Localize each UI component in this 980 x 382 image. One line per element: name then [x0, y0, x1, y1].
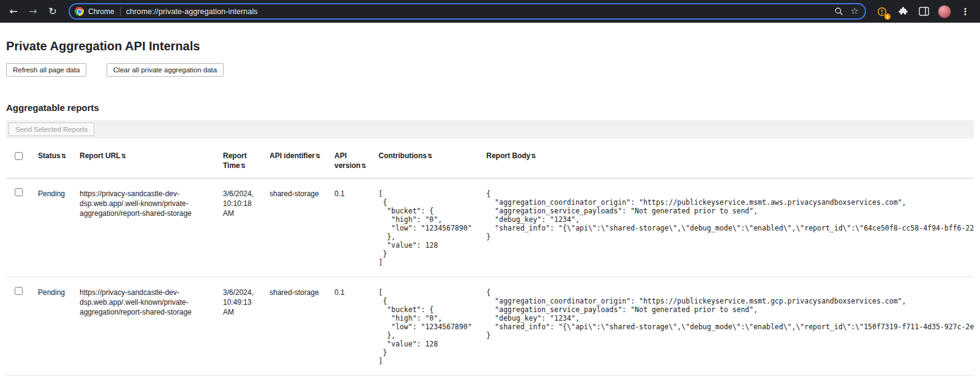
back-button[interactable]: ←: [5, 3, 22, 20]
cell-api-identifier: shared-storage: [262, 178, 327, 277]
avatar: [938, 5, 951, 18]
header-report-time[interactable]: Report Time⇅: [216, 143, 262, 178]
select-all-checkbox[interactable]: [15, 152, 23, 160]
sort-icon: ⇅: [241, 162, 246, 169]
table-header-row: Status⇅ Report URL⇅ Report Time⇅ API ide…: [6, 143, 974, 178]
send-selected-reports-button[interactable]: Send Selected Reports: [9, 123, 94, 136]
forward-button[interactable]: →: [24, 3, 42, 20]
browser-toolbar: ← → ↻ Chrome chrome://private-aggregatio…: [0, 0, 980, 23]
cell-report-url: https://privacy-sandcastle-dev-dsp.web.a…: [72, 178, 216, 277]
reload-button[interactable]: ↻: [44, 3, 61, 20]
sort-icon: ⇅: [361, 162, 366, 169]
refresh-all-button[interactable]: Refresh all page data: [6, 63, 86, 77]
bookmark-star-icon[interactable]: ☆: [851, 7, 859, 16]
cell-report-body: { "aggregation_coordinator_origin": "htt…: [479, 277, 974, 376]
header-report-url[interactable]: Report URL⇅: [72, 143, 216, 178]
side-panel-icon[interactable]: [915, 3, 932, 20]
cell-api-identifier: shared-storage: [262, 277, 327, 376]
aggregatable-reports-table: Status⇅ Report URL⇅ Report Time⇅ API ide…: [6, 143, 974, 376]
cell-report-body: { "aggregation_coordinator_origin": "htt…: [479, 178, 974, 277]
sort-icon: ⇅: [315, 153, 320, 159]
cell-contributions: [ { "bucket": { "high": "0", "low": "123…: [371, 277, 479, 376]
header-api-identifier[interactable]: API identifier⇅: [262, 143, 327, 178]
page-title: Private Aggregation API Internals: [6, 39, 974, 53]
cell-contributions: [ { "bucket": { "high": "0", "low": "123…: [371, 178, 479, 277]
top-buttons-row: Refresh all page data Clear all private …: [6, 63, 974, 77]
cell-report-time: 3/6/2024, 10:10:18 AM: [216, 178, 262, 277]
sort-icon: ⇅: [428, 153, 432, 159]
header-api-version[interactable]: API version⇅: [327, 143, 371, 178]
cell-status: Pending: [31, 277, 72, 376]
row-checkbox[interactable]: [15, 188, 23, 196]
clear-all-button[interactable]: Clear all private aggregation data: [107, 63, 224, 77]
reports-action-bar: Send Selected Reports: [6, 120, 974, 139]
omnibox-product-label: Chrome: [88, 7, 115, 16]
header-contributions[interactable]: Contributions⇅: [371, 143, 479, 178]
profile-avatar[interactable]: [936, 3, 953, 20]
toolbar-right-cluster: 1 ⋮: [873, 3, 974, 20]
cell-status: Pending: [31, 178, 72, 277]
section-title: Aggregatable reports: [6, 102, 974, 113]
header-status[interactable]: Status⇅: [31, 143, 72, 178]
extensions-puzzle-icon[interactable]: [894, 3, 911, 20]
omnibox-divider: [120, 7, 121, 16]
table-row: Pending https://privacy-sandcastle-dev-d…: [6, 178, 974, 277]
browser-menu-icon[interactable]: ⋮: [957, 3, 974, 20]
sort-icon: ⇅: [531, 153, 536, 159]
zoom-icon[interactable]: [834, 7, 843, 16]
table-row: Pending https://privacy-sandcastle-dev-d…: [6, 277, 974, 376]
sort-icon: ⇅: [121, 153, 126, 159]
cell-report-url: https://privacy-sandcastle-dev-dsp.web.a…: [72, 277, 216, 376]
sort-icon: ⇅: [61, 153, 66, 159]
cell-api-version: 0.1: [327, 178, 371, 277]
cell-report-time: 3/6/2024, 10:49:13 AM: [216, 277, 262, 376]
alert-icon[interactable]: 1: [873, 3, 891, 20]
row-checkbox[interactable]: [15, 287, 23, 295]
header-report-body[interactable]: Report Body⇅: [479, 143, 974, 178]
page-content: Private Aggregation API Internals Refres…: [0, 39, 980, 376]
alert-badge: 1: [884, 13, 891, 20]
address-bar[interactable]: Chrome chrome://private-aggregation-inte…: [69, 3, 866, 20]
chrome-logo-icon: [75, 7, 84, 16]
cell-api-version: 0.1: [327, 277, 371, 376]
url-text[interactable]: chrome://private-aggregation-internals: [126, 7, 828, 16]
